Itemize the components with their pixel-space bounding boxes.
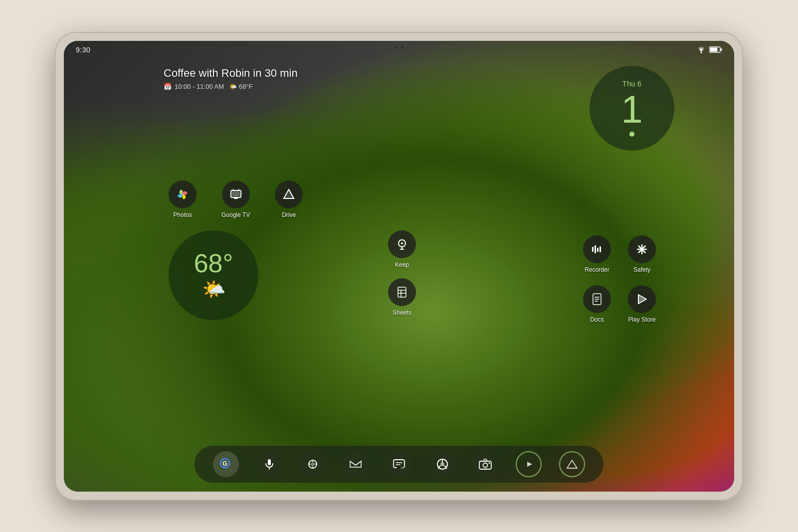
camera-dot-left	[394, 46, 397, 49]
dock-pixel-launcher[interactable]	[559, 451, 585, 477]
dock-youtube[interactable]	[516, 451, 542, 477]
app-icon-sheets[interactable]: Sheets	[388, 278, 416, 316]
svg-rect-40	[479, 461, 491, 469]
camera-dot-right	[401, 46, 404, 49]
photos-icon-bg	[169, 180, 197, 208]
svg-point-42	[489, 462, 490, 464]
safety-label: Safety	[633, 266, 650, 273]
svg-point-0	[701, 52, 702, 53]
clock-hour: 1	[621, 90, 642, 129]
tablet-frame: 9:30 Coffee with Robin in 30 min	[55, 32, 743, 501]
app-icon-safety[interactable]: Safety	[622, 235, 662, 275]
dock-camera[interactable]	[472, 451, 498, 477]
youtube-icon-bg	[516, 451, 542, 477]
svg-rect-14	[597, 248, 598, 252]
calendar-event-widget[interactable]: Coffee with Robin in 30 min 📅 10:00 - 11…	[164, 67, 298, 90]
dock-lens[interactable]	[300, 451, 326, 477]
sheets-icon-bg	[388, 278, 416, 306]
camera-icon	[479, 459, 492, 470]
tablet-screen: 9:30 Coffee with Robin in 30 min	[64, 41, 734, 492]
svg-point-41	[483, 463, 488, 467]
app-icon-play-store[interactable]: Play Store	[622, 285, 662, 323]
gmail-icon	[349, 459, 362, 469]
sheets-icon	[396, 286, 408, 299]
messages-icon	[393, 458, 405, 471]
docs-label: Docs	[590, 316, 603, 323]
google-icon: G	[219, 457, 233, 471]
svg-rect-28	[268, 459, 271, 465]
event-time: 10:00 - 11:00 AM	[175, 83, 224, 90]
app-icon-googletv[interactable]: Google TV	[221, 180, 250, 218]
svg-rect-32	[394, 460, 404, 468]
play-store-icon-bg	[628, 285, 656, 313]
drive-icon	[282, 187, 296, 201]
dock-chrome[interactable]	[429, 451, 455, 477]
svg-marker-44	[567, 460, 577, 468]
dock-google-search[interactable]: G	[213, 451, 239, 477]
safety-icon-bg	[628, 235, 656, 263]
play-store-icon	[635, 293, 648, 306]
dock-gmail[interactable]	[343, 451, 369, 477]
center-apps: Keep Sheets	[388, 230, 416, 316]
svg-rect-3	[721, 48, 722, 51]
youtube-icon	[523, 458, 535, 470]
svg-rect-12	[592, 247, 594, 252]
app-icon-photos[interactable]: Photos	[169, 180, 197, 218]
app-icon-docs[interactable]: Docs	[577, 285, 617, 323]
svg-rect-8	[398, 287, 406, 297]
recorder-icon	[591, 243, 603, 256]
drive-label: Drive	[282, 211, 296, 218]
play-store-label: Play Store	[628, 316, 655, 323]
googletv-label: Google TV	[221, 211, 250, 218]
docs-icon	[591, 293, 603, 306]
calendar-icon: 📅	[164, 83, 172, 90]
svg-point-7	[401, 242, 403, 244]
clock-day: Thu 6	[622, 79, 641, 88]
clock-widget[interactable]: Thu 6 1	[590, 66, 674, 151]
event-time-row: 📅 10:00 - 11:00 AM	[164, 83, 224, 90]
app-icon-keep[interactable]: Keep	[388, 230, 416, 268]
dock-messages[interactable]	[386, 451, 412, 477]
status-icons	[696, 46, 722, 53]
messages-icon-bg	[386, 451, 412, 477]
weather-icon-large: 🌤️	[202, 278, 225, 300]
event-weather-temp: 68°F	[239, 83, 253, 90]
googletv-icon	[229, 187, 243, 201]
gmail-icon-bg	[343, 451, 369, 477]
event-weather-row: 🌤️ 68°F	[229, 83, 253, 90]
pixel-launcher-icon	[566, 458, 578, 470]
camera-notch	[394, 46, 404, 49]
dock-mic[interactable]	[256, 451, 282, 477]
mic-icon	[263, 458, 275, 470]
svg-rect-2	[710, 48, 718, 52]
keep-label: Keep	[395, 261, 409, 268]
recorder-icon-bg	[583, 235, 611, 263]
keep-icon	[396, 238, 408, 251]
photos-icon	[176, 187, 190, 201]
svg-marker-25	[638, 295, 646, 304]
svg-marker-43	[527, 462, 532, 467]
right-app-grid: Recorder Safety	[577, 235, 707, 323]
grid-spacer	[667, 235, 707, 275]
drive-icon-bg	[275, 180, 303, 208]
sheets-label: Sheets	[393, 309, 411, 316]
keep-icon-bg	[388, 230, 416, 258]
pixel-launcher-icon-bg	[559, 451, 585, 477]
app-icon-drive[interactable]: Drive	[275, 180, 303, 218]
chrome-icon-bg	[429, 451, 455, 477]
photos-label: Photos	[173, 211, 192, 218]
weather-temperature: 68°	[194, 250, 233, 276]
status-bar: 9:30	[64, 41, 734, 59]
mic-icon-bg	[256, 451, 282, 477]
event-title: Coffee with Robin in 30 min	[164, 67, 298, 80]
docs-icon-bg	[583, 285, 611, 313]
weather-widget[interactable]: 68° 🌤️	[169, 230, 258, 320]
svg-rect-13	[595, 245, 596, 253]
app-icons-row: Photos Google TV	[169, 180, 303, 218]
lens-icon-bg	[300, 451, 326, 477]
svg-rect-5	[232, 191, 240, 196]
chrome-icon	[436, 458, 449, 471]
google-icon-bg: G	[213, 451, 239, 477]
clock-dot	[629, 132, 634, 137]
app-icon-recorder[interactable]: Recorder	[577, 235, 617, 275]
